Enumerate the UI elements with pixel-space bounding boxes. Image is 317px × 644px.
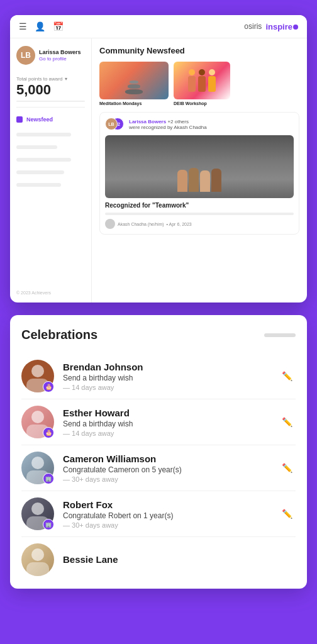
user-info: LB Larissa Bowers Go to profile: [16, 46, 85, 70]
body-3: [208, 76, 216, 92]
scroll-indicator: [264, 333, 296, 337]
bessie-info: Bessie Lane: [63, 554, 296, 566]
titlebar-right: osiris inspire: [244, 22, 298, 31]
body-2: [198, 76, 206, 92]
sil-head: [31, 411, 44, 423]
hand-4: [211, 169, 221, 192]
calendar-icon[interactable]: 📅: [53, 21, 64, 31]
brendan-info: Brendan Johnson Send a birthday wish — 1…: [63, 362, 269, 391]
newsfeed-label: Newsfeed: [26, 116, 53, 123]
sil-head: [31, 548, 44, 561]
deib-card[interactable]: DEIB Workshop: [174, 62, 230, 106]
robert-edit-button[interactable]: ✏️: [278, 505, 296, 523]
head-1: [189, 69, 195, 75]
deib-image: [174, 62, 230, 99]
newsfeed-icon: [16, 116, 23, 123]
footer-date: • Apr 6, 2023: [167, 222, 192, 226]
inspire-logo: inspire: [265, 22, 298, 31]
nav-bar-1: [16, 133, 71, 136]
sil-head: [31, 502, 44, 515]
newsfeed-cards: Meditation Mondays: [99, 62, 299, 106]
hamburger-icon[interactable]: ☰: [19, 21, 27, 31]
robert-time: — 30+ days away: [63, 521, 269, 529]
sil-head: [31, 365, 44, 377]
inspire-dot: [293, 25, 298, 30]
brendan-time: — 14 days away: [63, 384, 269, 391]
robert-name: Robert Fox: [63, 499, 269, 510]
sidebar-footer: © 2023 Achievers: [16, 291, 85, 295]
list-item: 🎂 Brendan Johnson Send a birthday wish —…: [21, 353, 296, 399]
person-1: [187, 69, 196, 92]
stone-mid: [128, 84, 140, 89]
bessie-silhouette: [21, 543, 54, 576]
robert-avatar-wrap: 🏢: [21, 497, 54, 530]
main-content: Community Newsfeed Meditation Mondays: [92, 38, 307, 303]
recognition-post: LB +2 Larissa Bowers +2 others were reco…: [99, 112, 299, 235]
head-2: [199, 69, 205, 75]
stone-top: [130, 80, 138, 84]
bessie-name: Bessie Lane: [63, 554, 296, 565]
person-2: [197, 69, 206, 92]
meditation-card[interactable]: Meditation Mondays: [99, 62, 169, 106]
robert-action: Congratulate Robert on 1 year(s): [63, 511, 269, 520]
points-value: 5,000: [16, 82, 85, 98]
post-text: Larissa Bowers +2 others were recognized…: [129, 119, 207, 130]
celebrations-title: Celebrations: [21, 328, 97, 342]
hand-1: [177, 170, 187, 192]
bessie-avatar: [21, 543, 54, 576]
sidebar-item-newsfeed[interactable]: Newsfeed: [16, 114, 85, 125]
list-item: 🏢 Cameron Williamson Congratulate Camero…: [21, 445, 296, 491]
profile-link[interactable]: Go to profile: [39, 56, 81, 62]
footer-author: Akash Chadha (he/him): [118, 222, 164, 226]
meditation-image: [99, 62, 169, 99]
list-item: 🎂 Esther Howard Send a birthday wish — 1…: [21, 399, 296, 445]
sil-body: [26, 562, 49, 576]
user-name: Larissa Bowers: [39, 49, 81, 56]
post-teamwork-image: [105, 135, 294, 198]
post-others: +2 others: [167, 119, 189, 125]
user-text: Larissa Bowers Go to profile: [39, 49, 81, 62]
footer-avatar: [105, 219, 115, 229]
bessie-avatar-wrap: [21, 543, 54, 576]
cameron-info: Cameron Williamson Congratulate Cameron …: [63, 453, 269, 483]
brendan-action: Send a birthday wish: [63, 374, 269, 382]
osiris-logo: osiris: [244, 22, 262, 31]
points-bar: [16, 101, 85, 102]
esther-time: — 14 days away: [63, 430, 269, 437]
brendan-name: Brendan Johnson: [63, 362, 269, 372]
cameron-time: — 30+ days away: [63, 475, 269, 483]
meditation-label: Meditation Mondays: [99, 101, 169, 106]
post-footer: Akash Chadha (he/him) • Apr 6, 2023: [105, 219, 294, 229]
esther-action: Send a birthday wish: [63, 419, 269, 428]
cameron-action: Congratulate Cameron on 5 year(s): [63, 465, 269, 474]
post-recognized-by: were recognized by Akash Chadha: [129, 125, 207, 130]
newsfeed-title: Community Newsfeed: [99, 46, 299, 55]
recognition-label: Recognized for "Teamwork": [105, 202, 294, 209]
esther-avatar-wrap: 🎂: [21, 406, 54, 438]
user-icon[interactable]: 👤: [35, 21, 45, 31]
brendan-avatar-wrap: 🎂: [21, 360, 54, 392]
cameron-edit-button[interactable]: ✏️: [278, 459, 296, 477]
nav-bar-4: [16, 170, 64, 174]
esther-edit-button[interactable]: ✏️: [278, 413, 296, 431]
post-user-name: Larissa Bowers: [129, 119, 166, 125]
hand-2: [189, 168, 199, 192]
app-window: ☰ 👤 📅 osiris inspire LB Larissa Bowers G…: [10, 15, 307, 303]
points-label: Total points to award ▾: [16, 76, 85, 82]
hands-visual: [177, 168, 221, 198]
post-header: LB +2 Larissa Bowers +2 others were reco…: [105, 118, 294, 131]
robert-badge: 🏢: [43, 519, 54, 530]
stone-stack: [125, 80, 143, 94]
nav-bar-3: [16, 158, 71, 162]
celebrations-header: Celebrations: [21, 328, 296, 342]
dropdown-icon[interactable]: ▾: [65, 76, 67, 82]
brendan-edit-button[interactable]: ✏️: [278, 367, 296, 385]
brendan-badge: 🎂: [43, 381, 54, 392]
celebrations-card: Celebrations 🎂 Brendan Johnson Send a bi…: [10, 315, 307, 589]
cameron-name: Cameron Williamson: [63, 453, 269, 464]
post-avatar-main: LB: [105, 118, 118, 130]
sil-head: [31, 457, 44, 469]
esther-name: Esther Howard: [63, 408, 269, 418]
cameron-avatar-wrap: 🏢: [21, 452, 54, 484]
list-item: 🏢 Robert Fox Congratulate Robert on 1 ye…: [21, 491, 296, 537]
